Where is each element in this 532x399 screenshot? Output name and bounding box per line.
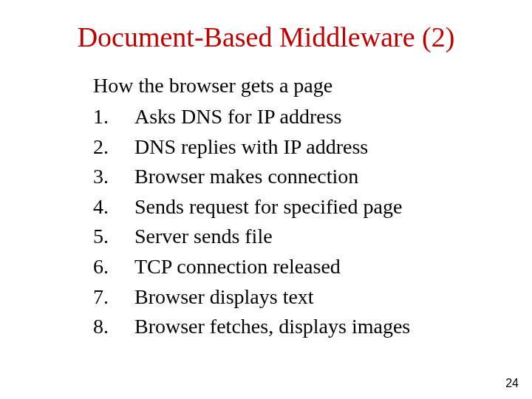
step-text: Browser displays text bbox=[134, 282, 502, 313]
slide-content: How the browser gets a page 1. Asks DNS … bbox=[93, 74, 502, 342]
list-item: 3. Browser makes connection bbox=[93, 162, 502, 192]
step-number: 8. bbox=[93, 312, 134, 342]
slide-container: Document-Based Middleware (2) How the br… bbox=[0, 0, 532, 399]
step-text: Browser fetches, displays images bbox=[134, 312, 502, 342]
steps-list: 1. Asks DNS for IP address 2. DNS replie… bbox=[93, 102, 502, 342]
slide-title: Document-Based Middleware (2) bbox=[30, 21, 502, 53]
list-item: 2. DNS replies with IP address bbox=[93, 132, 502, 163]
list-item: 6. TCP connection released bbox=[93, 252, 502, 282]
list-item: 7. Browser displays text bbox=[93, 282, 502, 313]
step-number: 1. bbox=[93, 102, 134, 132]
step-number: 7. bbox=[93, 282, 134, 313]
list-item: 1. Asks DNS for IP address bbox=[93, 102, 502, 132]
step-number: 2. bbox=[93, 132, 134, 163]
step-number: 6. bbox=[93, 252, 134, 282]
step-text: DNS replies with IP address bbox=[134, 132, 502, 163]
step-text: Server sends file bbox=[134, 222, 502, 252]
step-number: 3. bbox=[93, 162, 134, 192]
step-text: Browser makes connection bbox=[134, 162, 502, 192]
list-item: 5. Server sends file bbox=[93, 222, 502, 252]
intro-text: How the browser gets a page bbox=[93, 74, 502, 98]
step-text: Sends request for specified page bbox=[134, 192, 502, 222]
step-number: 4. bbox=[93, 192, 134, 222]
step-text: TCP connection released bbox=[134, 252, 502, 282]
step-number: 5. bbox=[93, 222, 134, 252]
page-number: 24 bbox=[505, 377, 519, 390]
list-item: 8. Browser fetches, displays images bbox=[93, 312, 502, 342]
list-item: 4. Sends request for specified page bbox=[93, 192, 502, 222]
step-text: Asks DNS for IP address bbox=[134, 102, 502, 132]
